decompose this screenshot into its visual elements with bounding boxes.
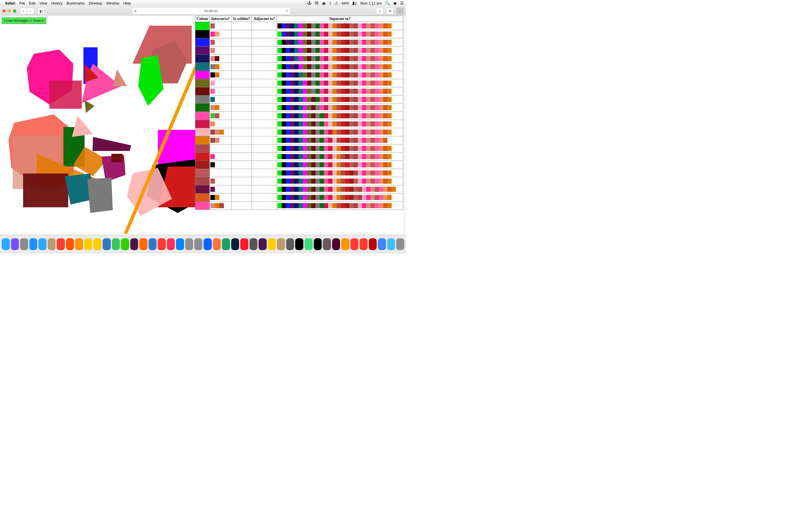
colour-swatch[interactable] bbox=[195, 169, 210, 177]
dock-slack-icon[interactable] bbox=[130, 238, 139, 250]
dock-firefox-icon[interactable] bbox=[213, 238, 221, 250]
menubar-app[interactable]: Safari bbox=[5, 1, 15, 5]
dock-bitdefender-icon[interactable] bbox=[250, 238, 258, 250]
tray-notifications-icon[interactable]: ☰ bbox=[400, 1, 404, 5]
dock-activity-icon[interactable] bbox=[194, 238, 202, 250]
menubar-bookmarks[interactable]: Bookmarks bbox=[66, 1, 85, 5]
dock-notes-icon[interactable] bbox=[93, 238, 101, 250]
colour-swatch[interactable] bbox=[195, 22, 210, 30]
dock-trash-icon[interactable] bbox=[396, 238, 404, 250]
tray-airplay-icon[interactable]: ⏏ bbox=[322, 1, 326, 5]
share-button[interactable]: ⇪ bbox=[376, 8, 384, 14]
dock-xd-icon[interactable] bbox=[332, 238, 340, 250]
tray-battery-pct[interactable]: 84% bbox=[342, 1, 349, 5]
colour-swatch[interactable] bbox=[195, 79, 210, 87]
dock-xcode-icon[interactable] bbox=[149, 238, 157, 250]
colour-swatch[interactable] bbox=[195, 120, 210, 128]
window-close-button[interactable] bbox=[2, 9, 6, 13]
tray-battery-icon[interactable]: ▮▯ bbox=[352, 1, 357, 5]
dock-systemprefs-icon[interactable] bbox=[185, 238, 193, 250]
dock-contacts-icon[interactable] bbox=[48, 238, 56, 250]
dock-star-icon[interactable] bbox=[268, 238, 276, 250]
dock-messages-icon[interactable] bbox=[112, 238, 120, 250]
colour-swatch[interactable] bbox=[195, 38, 210, 47]
colour-swatch[interactable] bbox=[195, 30, 210, 38]
tray-user-icon[interactable]: ◉ bbox=[393, 1, 397, 5]
colour-swatch[interactable] bbox=[195, 202, 210, 210]
colour-swatch[interactable] bbox=[195, 185, 210, 193]
colour-swatch[interactable] bbox=[195, 47, 210, 55]
nav-forward-button[interactable]: › bbox=[27, 8, 34, 14]
menubar-view[interactable]: View bbox=[40, 1, 47, 5]
dock-slack2-icon[interactable] bbox=[259, 238, 267, 250]
dock-palette-icon[interactable] bbox=[277, 238, 285, 250]
tray-wifi-icon[interactable]: ⚠︎ bbox=[335, 1, 338, 5]
dock-no-entry-icon[interactable] bbox=[158, 238, 166, 250]
colour-swatch[interactable] bbox=[195, 87, 210, 96]
colour-swatch[interactable] bbox=[195, 128, 210, 136]
colour-swatch[interactable] bbox=[195, 161, 210, 169]
dock-chrome-icon[interactable] bbox=[222, 238, 230, 250]
tray-bluetooth-icon[interactable]: ᚼ bbox=[329, 1, 331, 5]
tray-spotlight-icon[interactable]: 🔍 bbox=[385, 1, 390, 5]
colour-swatch[interactable] bbox=[195, 153, 210, 161]
dock-filezilla-icon[interactable] bbox=[369, 238, 377, 250]
dock-atom-icon[interactable] bbox=[323, 238, 331, 250]
dock-calendar-icon[interactable] bbox=[57, 238, 65, 250]
dock-terminal-icon[interactable] bbox=[295, 238, 303, 250]
menubar-window[interactable]: Window bbox=[106, 1, 119, 5]
colour-swatch[interactable] bbox=[195, 96, 210, 104]
menubar-help[interactable]: Help bbox=[123, 1, 131, 5]
dock-opera-icon[interactable] bbox=[240, 238, 248, 250]
url-bar[interactable]: ⊕ localhost ⟳ bbox=[132, 7, 290, 15]
colour-swatch[interactable] bbox=[195, 104, 210, 112]
dock-mail-icon[interactable] bbox=[38, 238, 47, 250]
tabs-overview-button[interactable]: ⧉ bbox=[386, 8, 394, 14]
dock-siri-icon[interactable] bbox=[11, 238, 19, 250]
dock-charts-icon[interactable] bbox=[139, 238, 147, 250]
dock-itunes-icon[interactable] bbox=[167, 238, 175, 250]
sidebar-toggle-button[interactable]: ◧ bbox=[38, 8, 45, 14]
dock-safari-icon[interactable] bbox=[29, 238, 38, 250]
dock-firefox-dev-icon[interactable] bbox=[204, 238, 212, 250]
dock-wechat-icon[interactable] bbox=[121, 238, 129, 250]
dock-launchpad-icon[interactable] bbox=[20, 238, 28, 250]
window-zoom-button[interactable] bbox=[13, 9, 16, 13]
reader-icon[interactable]: ⊕ bbox=[134, 9, 137, 13]
dock-gimp-icon[interactable] bbox=[286, 238, 294, 250]
menubar-file[interactable]: File bbox=[19, 1, 25, 5]
reload-icon[interactable]: ⟳ bbox=[286, 9, 289, 13]
dock-folder-icon[interactable] bbox=[387, 238, 395, 250]
new-tab-button[interactable]: + bbox=[396, 8, 404, 14]
dock-finder-icon[interactable] bbox=[2, 238, 10, 250]
dock-clock-icon[interactable] bbox=[341, 238, 349, 250]
colour-swatch[interactable] bbox=[195, 71, 210, 79]
dock-photoshop-icon[interactable] bbox=[231, 238, 239, 250]
colour-swatch[interactable] bbox=[195, 136, 210, 145]
page-scrollbar[interactable] bbox=[403, 16, 406, 234]
dock-dictionary-icon[interactable] bbox=[66, 238, 74, 250]
dock-tag-icon[interactable] bbox=[350, 238, 359, 250]
tray-joystick-icon[interactable]: 🕹 bbox=[307, 1, 311, 5]
dock-photos-icon[interactable] bbox=[84, 238, 93, 250]
colour-swatch[interactable] bbox=[195, 112, 210, 120]
colour-swatch[interactable] bbox=[195, 145, 210, 153]
shapes-canvas[interactable] bbox=[0, 16, 195, 234]
menubar-edit[interactable]: Edit bbox=[29, 1, 35, 5]
dock-square-icon[interactable] bbox=[359, 238, 368, 250]
colour-swatch[interactable] bbox=[195, 177, 210, 185]
tray-malware-icon[interactable]: Ⓜ bbox=[315, 1, 319, 6]
dock-preview-icon[interactable] bbox=[103, 238, 111, 250]
window-minimize-button[interactable] bbox=[8, 9, 11, 13]
tray-clock[interactable]: Mon 1:11 pm bbox=[360, 1, 382, 5]
menubar-history[interactable]: History bbox=[51, 1, 62, 5]
menubar-develop[interactable]: Develop bbox=[89, 1, 102, 5]
colour-swatch[interactable] bbox=[195, 55, 210, 63]
dock-terminal2-icon[interactable] bbox=[314, 238, 322, 250]
dock-android-icon[interactable] bbox=[305, 238, 313, 250]
dock-reminders-icon[interactable] bbox=[75, 238, 83, 250]
nav-back-button[interactable]: ‹ bbox=[20, 8, 27, 14]
dock-translate-icon[interactable] bbox=[378, 238, 386, 250]
colour-swatch[interactable] bbox=[195, 63, 210, 71]
dock-appstore-icon[interactable] bbox=[176, 238, 184, 250]
